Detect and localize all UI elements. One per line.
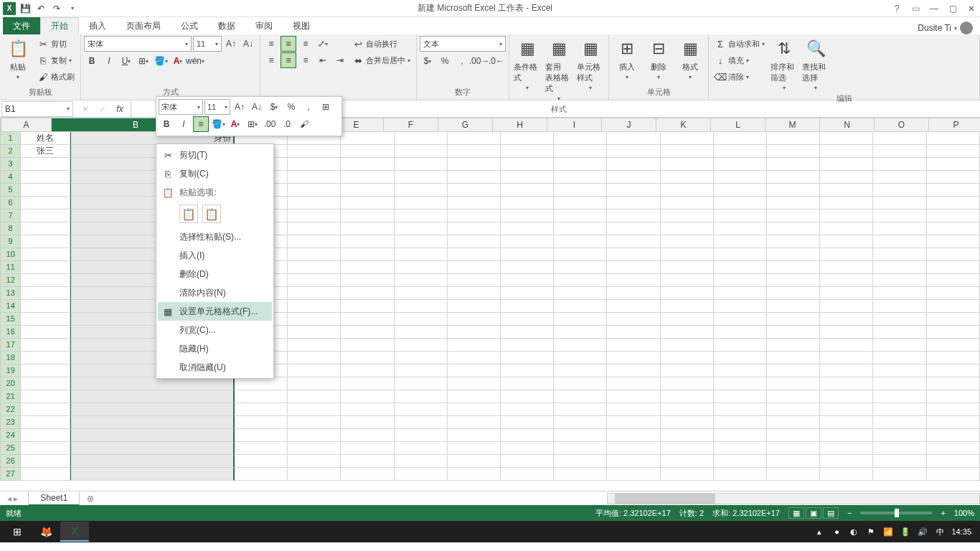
cell[interactable] [70,377,235,390]
cell[interactable] [448,222,501,235]
zoom-in-button[interactable]: + [941,509,945,517]
cell[interactable] [395,235,448,248]
cell[interactable] [607,352,660,364]
column-header[interactable]: P [929,118,980,132]
cell[interactable] [661,455,714,468]
row-header[interactable]: 2 [0,145,21,158]
cell[interactable] [767,209,820,222]
cell[interactable] [607,326,660,339]
mini-align-center-icon[interactable]: ≡ [193,116,209,132]
tab-insert[interactable]: 插入 [79,17,116,34]
comma-icon[interactable]: , [454,53,470,69]
mini-fill-color-icon[interactable]: 🪣▾ [210,116,226,132]
cell[interactable] [927,339,980,352]
cell[interactable] [927,416,980,429]
cell[interactable] [501,416,554,429]
menu-insert[interactable]: 插入(I) [158,246,272,265]
cell[interactable] [820,145,873,158]
cell[interactable] [448,171,501,184]
cell[interactable] [661,222,714,235]
cell[interactable] [873,339,926,352]
cell[interactable] [448,313,501,326]
cell[interactable] [661,403,714,416]
cell[interactable] [554,145,607,158]
cell[interactable] [927,390,980,403]
confirm-edit-icon[interactable]: ✓ [95,101,110,117]
cell[interactable] [501,313,554,326]
cell[interactable] [607,442,660,455]
cell[interactable] [21,326,70,339]
file-tab[interactable]: 文件 [3,17,40,34]
row-header[interactable]: 9 [0,235,21,248]
cell[interactable] [554,261,607,274]
find-select-button[interactable]: 🔍查找和选择▾ [801,36,831,93]
fill-button[interactable]: ↓填充▾ [712,52,768,68]
row-header[interactable]: 12 [0,274,21,287]
cell[interactable] [820,364,873,377]
cell[interactable] [21,364,70,377]
insert-cells-button[interactable]: ⊞插入▾ [612,36,642,82]
cell[interactable] [395,455,448,468]
cell[interactable] [554,468,607,481]
cell[interactable] [448,197,501,209]
cell[interactable] [820,352,873,364]
cell[interactable] [873,442,926,455]
cell[interactable] [501,171,554,184]
cell[interactable] [21,300,70,313]
cell[interactable] [767,364,820,377]
cell[interactable] [873,261,926,274]
qat-customize-icon[interactable]: ▾ [66,2,79,15]
cell[interactable] [554,274,607,287]
cell[interactable] [448,158,501,171]
phonetic-button[interactable]: wén▾ [187,53,203,69]
cell[interactable] [448,403,501,416]
cell[interactable] [501,184,554,197]
cell[interactable] [661,468,714,481]
cell[interactable] [714,222,767,235]
cell[interactable] [820,326,873,339]
cell[interactable] [395,222,448,235]
column-header[interactable]: F [384,118,438,132]
cell[interactable] [448,209,501,222]
cell[interactable] [820,339,873,352]
add-sheet-button[interactable]: ⊕ [87,494,94,504]
cell[interactable] [501,403,554,416]
column-header[interactable]: H [493,118,547,132]
cell[interactable] [235,377,288,390]
cell[interactable] [21,313,70,326]
cell[interactable] [448,377,501,390]
cell[interactable] [554,132,607,145]
menu-column-width[interactable]: 列宽(C)... [158,321,272,339]
sheet-nav[interactable]: ◂ ▸ [0,494,25,504]
cell[interactable] [820,158,873,171]
row-header[interactable]: 6 [0,197,21,209]
cell[interactable] [448,248,501,261]
cell[interactable] [235,468,288,481]
cell[interactable] [288,235,341,248]
cell[interactable] [341,429,394,442]
cell[interactable] [21,171,70,184]
cell[interactable] [767,455,820,468]
name-box[interactable]: B1▾ [1,101,73,117]
cell[interactable] [288,274,341,287]
cell[interactable] [21,429,70,442]
cell[interactable] [341,235,394,248]
font-size-combo[interactable]: 11▾ [193,36,222,52]
cell[interactable] [767,442,820,455]
row-header[interactable]: 26 [0,455,21,468]
menu-copy[interactable]: ⎘复制(C) [158,164,272,183]
cell[interactable] [21,197,70,209]
cell[interactable] [714,429,767,442]
row-header[interactable]: 15 [0,313,21,326]
cell[interactable] [820,209,873,222]
cell[interactable] [661,377,714,390]
cell[interactable] [395,287,448,300]
wrap-text-button[interactable]: ↩自动换行 [349,36,413,52]
cell[interactable] [927,300,980,313]
cell[interactable] [501,248,554,261]
cell[interactable] [341,145,394,158]
cell[interactable] [235,403,288,416]
cell[interactable] [927,171,980,184]
cell[interactable] [395,468,448,481]
cell[interactable] [288,248,341,261]
